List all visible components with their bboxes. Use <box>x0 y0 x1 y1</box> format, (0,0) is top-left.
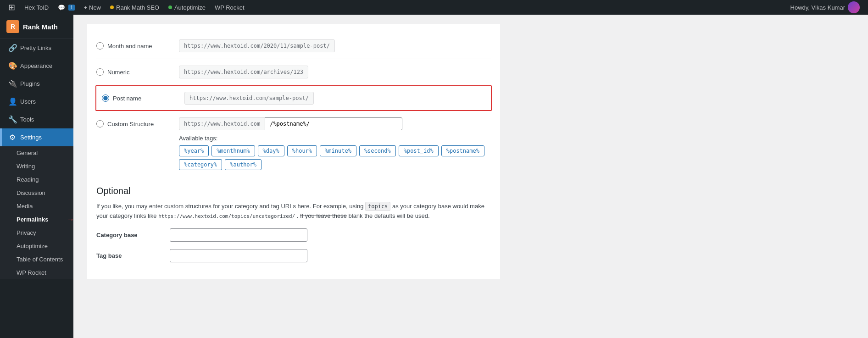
custom-structure-input[interactable] <box>265 117 402 130</box>
permalink-option-numeric: Numeric https://www.hextoid.com/archives… <box>96 59 491 85</box>
sidebar-item-users[interactable]: 👤 Users <box>0 93 73 111</box>
optional-section: Optional If you like, you may enter cust… <box>96 186 491 262</box>
users-icon: 👤 <box>8 97 17 106</box>
new-content-label: + New <box>84 4 101 11</box>
post-name-url: https://www.hextoid.com/sample-post/ <box>184 92 314 105</box>
month-name-url: https://www.hextoid.com/2020/11/sample-p… <box>179 39 335 52</box>
sidebar-item-general[interactable]: General <box>0 146 73 160</box>
sidebar-item-pretty-links[interactable]: 🔗 Pretty Links <box>0 39 73 57</box>
sidebar-item-wp-rocket[interactable]: WP Rocket <box>0 266 73 279</box>
available-tags-label: Available tags: <box>179 135 491 142</box>
new-content-button[interactable]: + New <box>79 0 106 15</box>
sidebar-item-discussion[interactable]: Discussion <box>0 186 73 199</box>
writing-label: Writing <box>17 163 35 170</box>
custom-structure-radio[interactable] <box>96 120 104 127</box>
reading-label: Reading <box>17 176 39 183</box>
main-content: Month and name https://www.hextoid.com/2… <box>73 15 868 338</box>
topics-code: topics <box>365 202 390 211</box>
tag-minute[interactable]: %minute% <box>320 145 356 156</box>
available-tags-area: Available tags: %year% %monthnum% %day% … <box>96 135 491 170</box>
tag-base-input[interactable] <box>170 249 307 262</box>
users-label: Users <box>20 98 36 105</box>
rankmath-button[interactable]: Rank Math SEO <box>106 0 164 15</box>
wp-logo-button[interactable]: ⊞ <box>4 0 20 15</box>
tag-author[interactable]: %author% <box>225 159 262 170</box>
numeric-radio-label[interactable]: Numeric <box>96 68 170 76</box>
tags-container: %year% %monthnum% %day% %hour% %minute% … <box>179 145 491 170</box>
user-profile-button[interactable]: Howdy, Vikas Kumar <box>786 1 864 13</box>
custom-structure-inputs: https://www.hextoid.com <box>179 117 402 130</box>
appearance-label: Appearance <box>20 62 52 69</box>
tag-monthnum[interactable]: %monthnum% <box>211 145 255 156</box>
custom-structure-label: Custom Structure <box>107 121 154 127</box>
admin-bar-right: Howdy, Vikas Kumar <box>786 1 864 13</box>
autoptimize-button[interactable]: Autoptimize <box>164 0 210 15</box>
admin-bar: ⊞ Hex ToID 💬 1 + New Rank Math SEO Autop… <box>0 0 868 15</box>
plugins-label: Plugins <box>20 80 40 87</box>
custom-structure-radio-label[interactable]: Custom Structure <box>96 120 170 127</box>
tag-day[interactable]: %day% <box>258 145 284 156</box>
optional-title: Optional <box>96 186 491 196</box>
example-url: https://www.hextoid.com/topics/uncategor… <box>158 213 295 219</box>
privacy-label: Privacy <box>17 229 36 236</box>
comments-count: 1 <box>68 5 75 11</box>
strikethrough-text: If you leave these <box>300 212 347 219</box>
tools-icon: 🔧 <box>8 115 17 124</box>
optional-desc-part3: . If you leave these blank the defaults … <box>297 212 430 219</box>
sidebar-item-privacy[interactable]: Privacy <box>0 226 73 239</box>
category-base-input[interactable] <box>170 228 307 242</box>
tag-year[interactable]: %year% <box>179 145 209 156</box>
post-name-radio-label[interactable]: Post name <box>102 94 175 102</box>
autoptimize-status-dot <box>168 6 172 9</box>
permalink-option-month-name: Month and name https://www.hextoid.com/2… <box>96 33 491 59</box>
rankmath-label: Rank Math SEO <box>116 4 159 11</box>
plugins-icon: 🔌 <box>8 79 17 88</box>
wp-rocket-label: WP Rocket <box>215 4 245 11</box>
brand-icon: R <box>6 20 19 33</box>
wp-wrapper: R Rank Math 🔗 Pretty Links 🎨 Appearance … <box>0 15 868 338</box>
site-name-button[interactable]: Hex ToID <box>20 0 53 15</box>
tag-postname[interactable]: %postname% <box>441 145 484 156</box>
rankmath-status-dot <box>110 6 114 9</box>
optional-desc-part1: If you like, you may enter custom struct… <box>96 203 363 210</box>
sidebar-item-media[interactable]: Media <box>0 199 73 213</box>
permalink-option-post-name: Post name https://www.hextoid.com/sample… <box>95 85 492 111</box>
sidebar-item-plugins[interactable]: 🔌 Plugins <box>0 75 73 93</box>
category-base-label: Category base <box>96 232 161 238</box>
settings-submenu: General Writing Reading Discussion Media… <box>0 146 73 279</box>
sidebar-item-writing[interactable]: Writing <box>0 160 73 173</box>
custom-base-url: https://www.hextoid.com <box>179 117 265 130</box>
sidebar-item-reading[interactable]: Reading <box>0 173 73 186</box>
post-name-radio[interactable] <box>102 94 109 102</box>
sidebar-item-appearance[interactable]: 🎨 Appearance <box>0 57 73 75</box>
sidebar-item-permalinks[interactable]: Permalinks → <box>0 213 73 226</box>
optional-description: If you like, you may enter custom struct… <box>96 202 491 221</box>
brand-label: Rank Math <box>23 23 58 31</box>
month-name-radio[interactable] <box>96 42 104 50</box>
month-name-label: Month and name <box>107 43 152 50</box>
avatar <box>848 1 860 13</box>
month-name-radio-label[interactable]: Month and name <box>96 42 170 50</box>
appearance-icon: 🎨 <box>8 61 17 70</box>
media-label: Media <box>17 203 33 210</box>
tag-post-id[interactable]: %post_id% <box>399 145 439 156</box>
tag-category[interactable]: %category% <box>179 159 222 170</box>
pretty-links-icon: 🔗 <box>8 44 17 52</box>
wp-rocket-button[interactable]: WP Rocket <box>210 0 249 15</box>
sidebar-brand: R Rank Math <box>0 15 73 39</box>
sidebar-item-autoptimize[interactable]: Autoptimize <box>0 239 73 253</box>
sidebar-item-tools[interactable]: 🔧 Tools <box>0 111 73 128</box>
permalinks-label: Permalinks <box>17 216 48 223</box>
tag-second[interactable]: %second% <box>359 145 396 156</box>
numeric-radio[interactable] <box>96 68 104 76</box>
sidebar: R Rank Math 🔗 Pretty Links 🎨 Appearance … <box>0 15 73 338</box>
sidebar-item-settings[interactable]: ⚙ Settings <box>0 128 73 146</box>
site-name-label: Hex ToID <box>24 4 49 11</box>
pretty-links-label: Pretty Links <box>20 44 51 51</box>
autoptimize-submenu-label: Autoptimize <box>17 243 48 249</box>
tools-label: Tools <box>20 116 34 123</box>
sidebar-item-table-of-contents[interactable]: Table of Contents <box>0 253 73 266</box>
comments-button[interactable]: 💬 1 <box>53 0 79 15</box>
comments-icon: 💬 <box>58 4 65 11</box>
tag-hour[interactable]: %hour% <box>287 145 317 156</box>
